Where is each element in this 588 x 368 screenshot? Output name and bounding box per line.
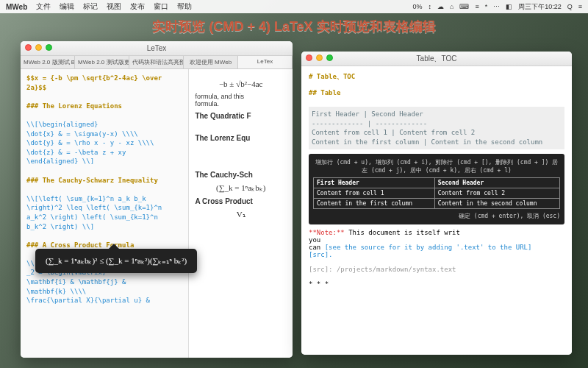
th-1[interactable]: First Header (314, 178, 435, 188)
source-link[interactable]: [see the source for it by adding '.text'… (325, 244, 532, 251)
doc-h2-table: ## Table (309, 89, 564, 96)
window-title-right: Table、TOC (417, 54, 457, 64)
table-edit-popup[interactable]: 增加行 (cmd + u), 增加列 (cmd + i), 剪除行 (cmd +… (309, 154, 564, 224)
menu-file[interactable]: 文件 (36, 1, 51, 12)
tab-0[interactable]: MWeb 2.0 版测试 Bug 及… (21, 56, 75, 68)
th-2[interactable]: Second Header (434, 178, 559, 188)
tab-1[interactable]: MWeb 2.0 测试版更新汇总 (75, 56, 129, 68)
cell-1[interactable]: Content from cell 1 (314, 188, 435, 199)
menubar: MWeb 文件 编辑 标记 视图 发布 窗口 帮助 0% ↕ ☁ ⌂ ⌨ ≡ *… (0, 0, 588, 13)
titlebar-right[interactable]: Table、TOC (301, 52, 572, 66)
menu-icon[interactable]: ≡ (475, 3, 478, 10)
window-title-left: LeTex (147, 44, 167, 52)
tab-3[interactable]: 欢迎使用 MWeb (184, 56, 238, 68)
clock[interactable]: 周三下午10:22 (518, 2, 562, 12)
hr-dots: * * * (309, 280, 564, 288)
preview-pane: −b ± √b²−4ac formula, and this formula. … (189, 69, 293, 358)
page-headline: 实时预览 (CMD + 4) LaTeX 实时预览和表格编辑 (0, 18, 588, 35)
hamburger-icon[interactable]: ≡ (578, 3, 582, 10)
battery-icon[interactable]: 0% (412, 3, 422, 10)
menu-window[interactable]: 窗口 (154, 1, 168, 12)
formula-cross: V₁ (195, 210, 287, 219)
menu-help[interactable]: 帮助 (177, 1, 192, 12)
cell-2[interactable]: Content from cell 2 (434, 188, 559, 199)
markdown-editor[interactable]: $$x = {-b \pm \sqrt{b^2-4ac} \over 2a}$$… (21, 69, 189, 358)
preview-h-lorenz: The Lorenz Equ (195, 134, 287, 142)
editor-window: LeTex MWeb 2.0 版测试 Bug 及… MWeb 2.0 测试版更新… (21, 41, 293, 358)
tab-4[interactable]: LeTex (238, 56, 293, 68)
menu-view[interactable]: 视图 (107, 1, 121, 12)
popup-footer: 确定 (cmd + enter), 取消 (esc) (313, 212, 560, 220)
table-editor-body[interactable]: # Table、TOC ## Table First Header | Seco… (301, 66, 572, 355)
table-source[interactable]: First Header | Second Header -----------… (309, 107, 564, 149)
formula-quadratic-top: −b ± √b²−4ac (195, 79, 287, 88)
table-window: Table、TOC # Table、TOC ## Table First Hea… (301, 52, 572, 355)
cloud-icon[interactable]: ☁ (437, 3, 444, 10)
menu-edit[interactable]: 编辑 (60, 1, 74, 12)
zoom-icon[interactable] (46, 44, 52, 51)
src-ref: [src]: /projects/markdown/syntax.text (309, 266, 564, 273)
note-label: **Note:** (309, 229, 348, 236)
minimize-icon[interactable] (35, 44, 42, 51)
heading-lorenz: ### The Lorenz Equations (26, 102, 182, 111)
home-icon[interactable]: ⌂ (450, 3, 453, 10)
keyboard-icon[interactable]: ⌨ (459, 3, 469, 10)
status-tray: 0% ↕ ☁ ⌂ ⌨ ≡ * ⋯ ◧ 周三下午10:22 Q ≡ (412, 2, 582, 12)
sync-icon[interactable]: ↕ (428, 3, 431, 10)
tab-2[interactable]: 代码块和语法高亮预览 (129, 56, 184, 68)
titlebar-left[interactable]: LeTex (21, 41, 293, 56)
close-icon[interactable] (25, 44, 32, 51)
app-name[interactable]: MWeb (6, 3, 27, 11)
preview-h-cross: A Cross Product (195, 197, 287, 205)
tabs-left: MWeb 2.0 版测试 Bug 及… MWeb 2.0 测试版更新汇总 代码块… (21, 56, 293, 69)
shortcut-hint: 增加行 (cmd + u), 增加列 (cmd + i), 剪除行 (cmd +… (313, 158, 560, 174)
bluetooth-icon[interactable]: * (485, 3, 488, 10)
preview-h-cauchy: The Cauchy-Sch (195, 171, 287, 179)
menu-mark[interactable]: 标记 (83, 1, 98, 12)
close-icon[interactable] (306, 54, 312, 61)
menu-publish[interactable]: 发布 (130, 1, 145, 12)
battery2-icon[interactable]: ◧ (506, 3, 512, 10)
doc-h1: # Table、TOC (309, 72, 564, 82)
notif-icon[interactable]: ⋯ (493, 3, 500, 10)
zoom-icon[interactable] (326, 54, 333, 61)
editable-table: First HeaderSecond Header Content from c… (313, 177, 560, 209)
cell-3[interactable]: Content in the first column (314, 199, 435, 209)
preview-h-quad: The Quadratic F (195, 112, 287, 120)
minimize-icon[interactable] (316, 54, 323, 61)
latex-tooltip: (∑_k = 1ⁿaₖbₖ)² ≤ (∑_k = 1ⁿaₖ²)(∑ₖ₌₁ⁿ bₖ… (35, 249, 197, 273)
spotlight-icon[interactable]: Q (567, 3, 573, 10)
cell-4[interactable]: Content in the second column (434, 199, 559, 209)
heading-cauchy: ### The Cauchy-Schwarz Inequality (26, 176, 182, 185)
formula-cauchy: (∑_k = 1ⁿaₖbₖ) (195, 183, 287, 193)
